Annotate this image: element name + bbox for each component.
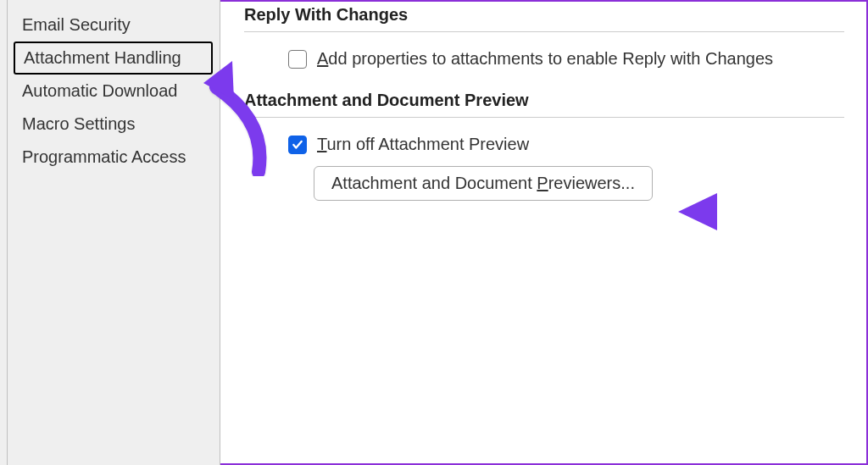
option-add-properties[interactable]: Add properties to attachments to enable … xyxy=(288,49,844,69)
sidebar-edge xyxy=(7,0,8,465)
checkbox-turn-off-preview[interactable] xyxy=(288,136,307,154)
previewers-button[interactable]: Attachment and Document Previewers... xyxy=(314,166,653,201)
button-row: Attachment and Document Previewers... xyxy=(314,166,844,201)
content-panel: Reply With Changes Add properties to att… xyxy=(220,0,868,465)
section-title-reply: Reply With Changes xyxy=(244,5,844,25)
sidebar-item-label: Attachment Handling xyxy=(24,48,181,67)
sidebar-item-label: Automatic Download xyxy=(22,81,177,100)
sidebar: Email Security Attachment Handling Autom… xyxy=(0,0,220,465)
divider xyxy=(244,31,844,32)
sidebar-item-macro-settings[interactable]: Macro Settings xyxy=(0,108,220,141)
section-title-preview: Attachment and Document Preview xyxy=(244,91,844,110)
settings-window: Email Security Attachment Handling Autom… xyxy=(0,0,868,465)
divider xyxy=(244,117,844,118)
sidebar-item-email-security[interactable]: Email Security xyxy=(0,8,220,42)
sidebar-item-programmatic-access[interactable]: Programmatic Access xyxy=(0,141,220,174)
option-label-turn-off: Turn off Attachment Preview xyxy=(317,135,529,154)
sidebar-item-attachment-handling[interactable]: Attachment Handling xyxy=(14,42,213,75)
sidebar-item-label: Email Security xyxy=(22,15,131,34)
option-turn-off-preview[interactable]: Turn off Attachment Preview xyxy=(288,135,844,154)
checkbox-add-properties[interactable] xyxy=(288,50,307,69)
sidebar-item-label: Programmatic Access xyxy=(22,147,186,166)
sidebar-item-label: Macro Settings xyxy=(22,114,135,133)
option-label-add-properties: Add properties to attachments to enable … xyxy=(317,49,773,69)
sidebar-item-automatic-download[interactable]: Automatic Download xyxy=(0,75,220,108)
